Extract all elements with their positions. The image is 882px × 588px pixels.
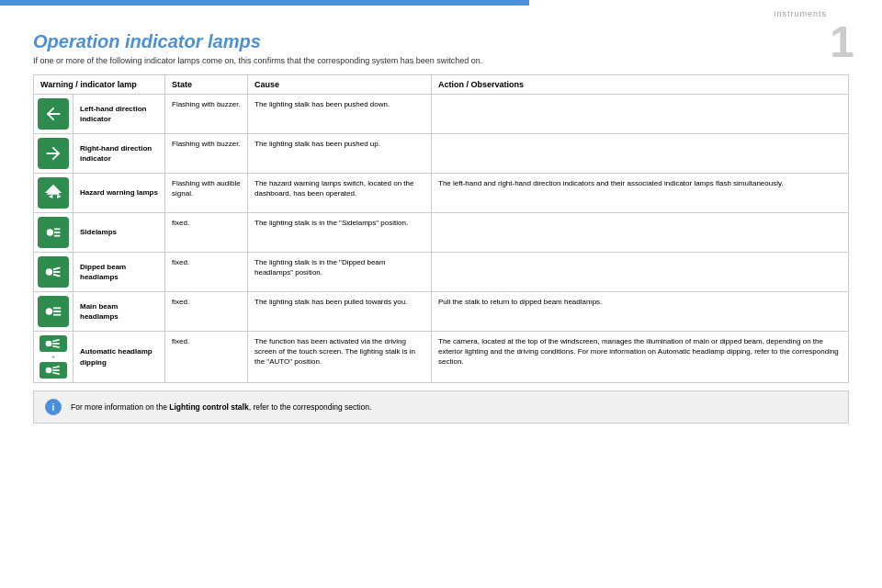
- table-row: + Automatic headlamp dipping fixed.: [34, 332, 849, 383]
- col-header-cause: Cause: [248, 75, 432, 95]
- row-state: fixed.: [165, 332, 248, 383]
- automatic-headlamp-icon: +: [38, 335, 69, 379]
- table-row: Right-hand direction indicator Flashing …: [34, 134, 849, 174]
- indicator-table: Warning / indicator lamp State Cause Act…: [33, 74, 849, 383]
- svg-line-14: [52, 340, 59, 342]
- left-arrow-icon: [38, 98, 69, 130]
- row-action: The left-hand and right-hand direction i…: [432, 174, 849, 213]
- row-cause: The lighting stalk has been pushed down.: [248, 95, 432, 134]
- page-title: Operation indicator lamps: [33, 31, 849, 52]
- row-action: The camera, located at the top of the wi…: [432, 332, 849, 383]
- row-label: Main beam headlamps: [74, 292, 165, 332]
- svg-line-8: [53, 275, 60, 277]
- svg-point-5: [46, 268, 52, 275]
- row-state: fixed.: [165, 292, 248, 332]
- main-beam-icon: [38, 296, 69, 327]
- table-row: Main beam headlamps fixed. The lighting …: [34, 292, 849, 332]
- svg-line-6: [53, 267, 60, 269]
- row-cause: The lighting stalk is in the "Sidelamps"…: [248, 213, 432, 253]
- info-icon: i: [45, 399, 62, 415]
- dipped-beam-icon: [38, 256, 69, 288]
- svg-point-1: [47, 229, 53, 235]
- row-action: Pull the stalk to return to dipped beam …: [432, 292, 849, 332]
- col-header-state: State: [165, 75, 248, 95]
- row-state: Flashing with buzzer.: [165, 95, 248, 134]
- row-label: Hazard warning lamps: [74, 174, 165, 213]
- svg-point-9: [46, 308, 52, 314]
- row-cause: The function has been activated via the …: [248, 332, 432, 383]
- svg-line-18: [52, 367, 59, 368]
- row-action: [432, 253, 849, 292]
- svg-line-16: [52, 346, 59, 348]
- row-label: Dipped beam headlamps: [74, 253, 165, 292]
- row-action: [432, 134, 849, 174]
- table-row: ◄ ► Hazard warning lamps Flashing with a…: [34, 174, 849, 213]
- row-cause: The hazard warning lamps switch, located…: [248, 174, 432, 213]
- svg-line-20: [52, 373, 59, 375]
- svg-point-13: [46, 341, 52, 347]
- row-label: Right-hand direction indicator: [74, 134, 165, 174]
- table-row: Sidelamps fixed. The lighting stalk is i…: [34, 213, 849, 253]
- col-header-action: Action / Observations: [432, 75, 849, 95]
- page-number: 1: [830, 17, 854, 67]
- section-label: Instruments: [774, 9, 827, 18]
- row-label: Automatic headlamp dipping: [74, 332, 165, 383]
- row-cause: The lighting stalk is in the "Dipped bea…: [248, 253, 432, 292]
- row-cause: The lighting stalk has been pushed up.: [248, 134, 432, 174]
- svg-point-17: [46, 368, 52, 374]
- row-state: fixed.: [165, 213, 248, 253]
- right-arrow-icon: [38, 138, 69, 169]
- page-subtitle: If one or more of the following indicato…: [33, 56, 849, 65]
- row-action: [432, 213, 849, 253]
- info-bar: i For more information on the Lighting c…: [33, 390, 849, 424]
- row-label: Left-hand direction indicator: [74, 95, 165, 134]
- row-action: [432, 95, 849, 134]
- table-row: Dipped beam headlamps fixed. The lightin…: [34, 253, 849, 292]
- row-label: Sidelamps: [74, 213, 165, 253]
- svg-text:◄ ►: ◄ ►: [48, 192, 63, 200]
- row-state: Flashing with buzzer.: [165, 134, 248, 174]
- col-header-warning: Warning / indicator lamp: [34, 75, 165, 95]
- hazard-icon: ◄ ►: [38, 177, 69, 209]
- row-cause: The lighting stalk has been pulled towar…: [248, 292, 432, 332]
- row-state: fixed.: [165, 253, 248, 292]
- sidelamp-icon: [38, 217, 69, 248]
- info-text: For more information on the Lighting con…: [71, 402, 371, 412]
- row-state: Flashing with audible signal.: [165, 174, 248, 213]
- table-row: Left-hand direction indicator Flashing w…: [34, 95, 849, 134]
